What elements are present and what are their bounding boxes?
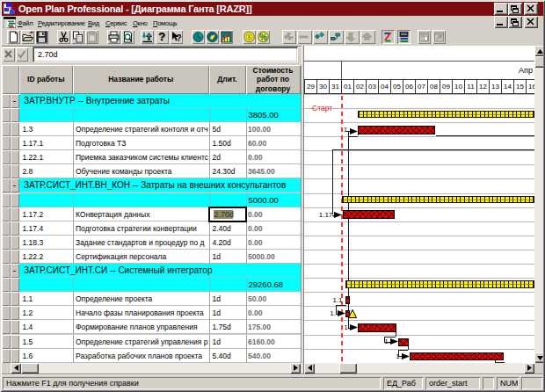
svg-text:%: % <box>259 33 267 42</box>
svg-text:?: ? <box>176 33 181 43</box>
svg-text:?: ? <box>158 31 165 43</box>
